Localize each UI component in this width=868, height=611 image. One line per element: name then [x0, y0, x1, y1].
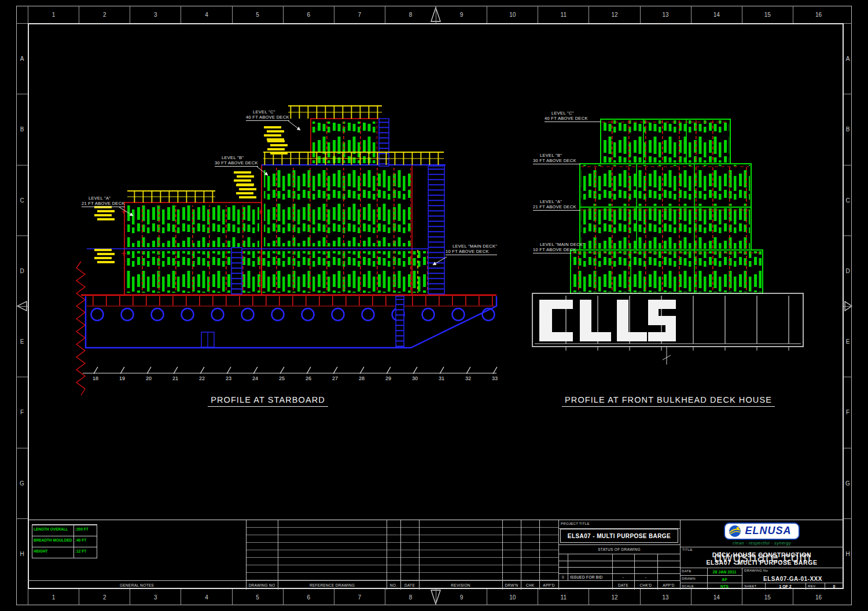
ruler-column-label: 4	[181, 589, 231, 605]
elnusa-logo-pill: ELNUSA	[724, 522, 799, 540]
level-label-b-front: LEVEL "B" 30 FT ABOVE DECK	[533, 153, 580, 164]
ruler-column-label: 1	[28, 6, 79, 23]
level-name: LEVEL "A"	[540, 199, 580, 204]
scale-label: SCALE	[682, 584, 694, 588]
ruler-column-label: 6	[283, 589, 334, 605]
drawing-no-value: ELSA07-GA-01-XXX	[742, 575, 844, 583]
frame-number-row: 18192021222324252627282930313233	[82, 376, 508, 382]
ruler-left: ABCDEFGH	[16, 23, 28, 589]
particular-label: HEIGHT	[32, 547, 74, 558]
ruler-column-label: 12	[589, 589, 639, 605]
level-elevation: 10 FT ABOVE DECK	[446, 249, 497, 255]
ruler-column-label: 16	[793, 589, 844, 605]
ruler-column-label: 3	[130, 589, 181, 605]
level-elevation: 21 FT ABOVE DECK	[533, 204, 580, 211]
particular-label: BREADTH MOULDED	[32, 536, 74, 547]
ruler-row-label: E	[844, 306, 852, 377]
ruler-column-label: 13	[640, 6, 691, 23]
status-chkd-header: CHK'D	[634, 580, 657, 590]
ruler-row-label: F	[16, 377, 28, 447]
ruler-column-label: 7	[334, 6, 385, 23]
sheet-value: 1 OF 2	[765, 583, 806, 590]
status-row-no: 0	[558, 573, 568, 580]
project-title-label: PROJECT TITLE	[561, 522, 590, 525]
ruler-column-label: 11	[538, 589, 589, 605]
level-name: LEVEL "MAIN DECK"	[540, 242, 571, 247]
drawing-no-label: DRAWING No	[744, 569, 768, 572]
frame-number: 20	[135, 376, 162, 382]
ruler-column-label: 13	[640, 589, 691, 605]
front-title: PROFILE AT FRONT BULKHEAD DECK HOUSE	[544, 395, 793, 407]
chk-header: CHK	[521, 580, 539, 590]
ruler-row-label: D	[844, 235, 852, 306]
inner-border	[28, 23, 844, 589]
ruler-row-label: C	[16, 165, 28, 235]
ruler-row-label: B	[16, 94, 28, 164]
frame-number: 32	[455, 376, 481, 382]
frame-number: 24	[242, 376, 269, 382]
frame-number: 19	[109, 376, 135, 382]
revision-history-rows	[246, 520, 558, 580]
appd-header: APP'D	[539, 580, 558, 590]
sheet-label: SHEET	[744, 584, 757, 588]
particular-label: LENGTH OVERALL	[32, 525, 74, 536]
ruler-row-label: C	[844, 165, 852, 235]
elnusa-tagline: clean · respectful · synergy	[733, 540, 791, 546]
level-label-maindeck-starboard: LEVEL "MAIN DECK" 10 FT ABOVE DECK	[446, 244, 497, 255]
level-name: LEVEL "C"	[253, 109, 289, 115]
ruler-column-label: 10	[487, 6, 538, 23]
status-date-header: DATE	[612, 580, 634, 590]
ruler-column-label: 2	[79, 589, 130, 605]
ruler-row-label: H	[844, 518, 852, 589]
level-name: LEVEL "B"	[222, 155, 258, 160]
drwn-header: DRW'N	[502, 580, 521, 590]
ruler-right: ABCDEFGH	[844, 23, 852, 589]
frame-number: 23	[215, 376, 242, 382]
level-label-maindeck-front: LEVEL "MAIN DECK" 10 FT ABOVE DECK	[533, 242, 571, 253]
rev-value: 0	[825, 583, 844, 590]
particular-value: :40 FT	[74, 536, 97, 547]
status-row-chkd: -	[634, 573, 657, 580]
status-row-description: ISSUED FOR BID	[570, 575, 603, 579]
ruler-column-label: 10	[487, 589, 538, 605]
ruler-column-label: 12	[589, 6, 639, 23]
ruler-column-label: 2	[79, 6, 130, 23]
status-appd-header: APP'D	[657, 580, 680, 590]
level-name: LEVEL "B"	[540, 153, 580, 158]
starboard-title: PROFILE AT STARBOARD	[168, 395, 368, 407]
particular-row: BREADTH MOULDED :40 FT	[32, 536, 97, 547]
drawn-value: AF	[707, 576, 742, 583]
level-elevation: 10 FT ABOVE DECK	[533, 247, 571, 253]
status-of-drawing-label: STATUS OF DRAWING	[558, 544, 680, 554]
drawn-label: DRAWN	[682, 577, 696, 580]
ruler-column-label: 15	[742, 589, 793, 605]
watermark: dwgshare.com	[714, 549, 811, 565]
frame-number: 30	[402, 376, 428, 382]
level-label-b-starboard: LEVEL "B" 30 FT ABOVE DECK	[215, 155, 258, 167]
ruler-row-label: H	[16, 518, 28, 589]
elnusa-globe-icon	[728, 524, 742, 538]
level-elevation: 30 FT ABOVE DECK	[215, 160, 258, 167]
particular-value: :200 FT	[74, 525, 97, 536]
level-elevation: 40 FT ABOVE DECK	[545, 116, 601, 122]
frame-number: 26	[295, 376, 322, 382]
ruler-column-label: 14	[691, 589, 742, 605]
scale-value: NTS	[707, 583, 742, 590]
starboard-title-text: PROFILE AT STARBOARD	[208, 395, 328, 407]
ruler-row-label: A	[844, 23, 852, 94]
ruler-column-label: 16	[793, 6, 844, 23]
general-notes-header: GENERAL NOTES	[28, 580, 246, 590]
frame-number: 18	[82, 376, 109, 382]
ruler-row-label: A	[16, 23, 28, 94]
date-label: DATE	[682, 569, 692, 573]
level-name: LEVEL "A"	[89, 196, 125, 201]
elnusa-logo-text: ELNUSA	[745, 525, 791, 537]
ruler-column-label: 11	[538, 6, 589, 23]
ruler-row-label: F	[844, 377, 852, 447]
frame-number: 28	[348, 376, 375, 382]
ruler-column-label: 14	[691, 6, 742, 23]
ruler-column-label: 8	[385, 589, 436, 605]
ruler-row-label: G	[16, 448, 28, 518]
frame-number: 31	[428, 376, 455, 382]
ruler-column-label: 15	[742, 6, 793, 23]
